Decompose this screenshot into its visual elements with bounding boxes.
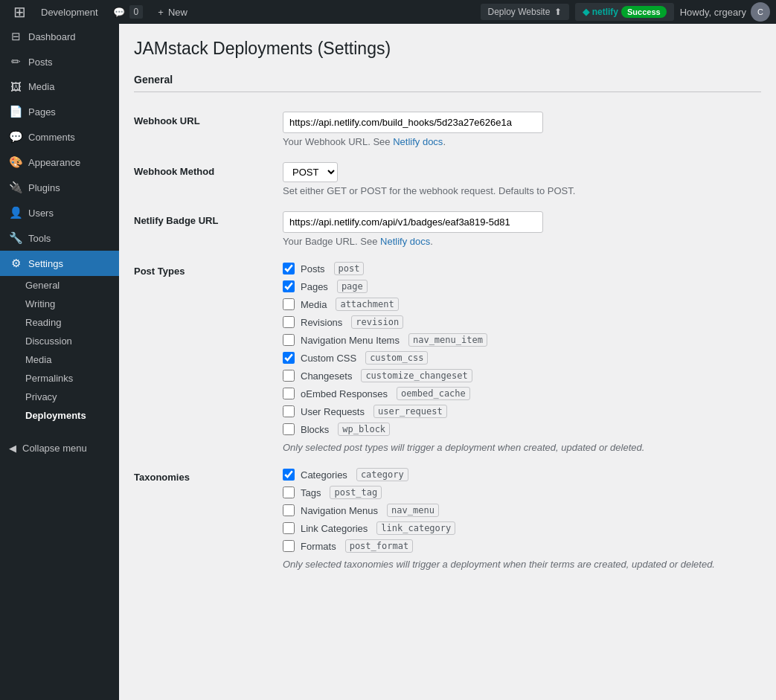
post-type-checkbox-post[interactable] bbox=[283, 263, 295, 274]
comments-link[interactable]: 💬 0 bbox=[106, 0, 151, 24]
taxonomy-row-post_format: Formatspost_format bbox=[283, 539, 761, 553]
upload-icon: ⬆ bbox=[554, 7, 562, 17]
taxonomy-checkbox-nav_menu[interactable] bbox=[283, 504, 295, 516]
comments-icon: 💬 bbox=[9, 130, 22, 144]
sidebar-label-media: Media bbox=[28, 81, 54, 92]
taxonomies-label: Taxonomies bbox=[134, 460, 283, 577]
taxonomy-label-category[interactable]: Categories bbox=[301, 469, 347, 481]
new-content-link[interactable]: + New bbox=[150, 0, 195, 24]
submenu-item-writing[interactable]: Writing bbox=[0, 295, 119, 313]
submenu-item-deployments[interactable]: Deployments bbox=[0, 406, 119, 425]
netlify-status-badge[interactable]: ◆ netlify Success bbox=[575, 3, 673, 21]
post-type-label-revision[interactable]: Revisions bbox=[301, 317, 342, 328]
webhook-method-select[interactable]: GET POST bbox=[283, 162, 338, 182]
wp-logo-link[interactable]: ⊞ bbox=[6, 0, 33, 24]
post-type-tag-revision: revision bbox=[351, 315, 403, 329]
sidebar-item-media[interactable]: 🖼 Media bbox=[0, 74, 119, 99]
webhook-method-field: GET POST Set either GET or POST for the … bbox=[283, 155, 761, 204]
admin-bar: ⊞ Development 💬 0 + New Deploy Website ⬆… bbox=[0, 0, 776, 24]
post-types-label: Post Types bbox=[134, 254, 283, 460]
sidebar-item-posts[interactable]: ✏ Posts bbox=[0, 49, 119, 74]
post-type-label-oembed_cache[interactable]: oEmbed Responses bbox=[301, 388, 388, 399]
netlify-docs-link-2[interactable]: Netlify docs bbox=[380, 236, 430, 247]
post-type-checkbox-user_request[interactable] bbox=[283, 405, 295, 417]
post-type-label-custom_css[interactable]: Custom CSS bbox=[301, 353, 356, 364]
post-type-label-customize_changeset[interactable]: Changesets bbox=[301, 370, 352, 382]
post-type-label-attachment[interactable]: Media bbox=[301, 299, 327, 310]
sidebar-item-tools[interactable]: 🔧 Tools bbox=[0, 225, 119, 251]
post-types-hint: Only selected post types will trigger a … bbox=[283, 442, 761, 453]
submenu-item-media[interactable]: Media bbox=[0, 350, 119, 369]
appearance-icon: 🎨 bbox=[9, 155, 22, 169]
post-type-label-page[interactable]: Pages bbox=[301, 281, 328, 292]
post-type-row-oembed_cache: oEmbed Responsesoembed_cache bbox=[283, 387, 761, 400]
post-type-label-nav_menu_item[interactable]: Navigation Menu Items bbox=[301, 335, 400, 346]
sidebar-item-plugins[interactable]: 🔌 Plugins bbox=[0, 175, 119, 200]
howdy-menu[interactable]: Howdy, crgeary C bbox=[680, 2, 770, 22]
section-general-title: General bbox=[134, 74, 761, 92]
webhook-url-input[interactable] bbox=[283, 112, 543, 133]
post-type-label-user_request[interactable]: User Requests bbox=[301, 406, 365, 417]
sidebar-item-pages[interactable]: 📄 Pages bbox=[0, 99, 119, 124]
taxonomies-field: CategoriescategoryTagspost_tagNavigation… bbox=[283, 460, 761, 577]
site-name: Development bbox=[41, 7, 98, 18]
sidebar-item-dashboard[interactable]: ⊟ Dashboard bbox=[0, 24, 119, 49]
plus-icon: + bbox=[158, 7, 164, 18]
taxonomy-row-nav_menu: Navigation Menusnav_menu bbox=[283, 504, 761, 517]
submenu-item-privacy[interactable]: Privacy bbox=[0, 388, 119, 406]
content-wrap: JAMstack Deployments (Settings) General … bbox=[134, 39, 761, 577]
post-type-checkbox-nav_menu_item[interactable] bbox=[283, 334, 295, 346]
submenu-item-reading[interactable]: Reading bbox=[0, 313, 119, 332]
plugins-icon: 🔌 bbox=[9, 181, 22, 194]
submenu-item-permalinks[interactable]: Permalinks bbox=[0, 369, 119, 388]
taxonomy-checkbox-post_tag[interactable] bbox=[283, 487, 295, 498]
sidebar-item-settings[interactable]: ⚙ Settings bbox=[0, 251, 119, 276]
post-type-row-attachment: Mediaattachment bbox=[283, 298, 761, 311]
deploy-website-button[interactable]: Deploy Website ⬆ bbox=[481, 4, 570, 20]
taxonomy-label-post_format[interactable]: Formats bbox=[301, 541, 336, 552]
post-type-label-wp_block[interactable]: Blocks bbox=[301, 424, 329, 435]
taxonomy-label-link_category[interactable]: Link Categories bbox=[301, 523, 368, 534]
howdy-text: Howdy, crgeary bbox=[680, 7, 746, 18]
netlify-badge-input[interactable] bbox=[283, 211, 543, 233]
post-type-tag-attachment: attachment bbox=[336, 298, 398, 311]
post-type-checkbox-page[interactable] bbox=[283, 280, 295, 292]
post-type-label-post[interactable]: Posts bbox=[301, 263, 325, 274]
taxonomy-tag-post_format: post_format bbox=[345, 539, 413, 553]
taxonomies-hint: Only selected taxonomies will trigger a … bbox=[283, 559, 761, 570]
taxonomy-checkbox-link_category[interactable] bbox=[283, 522, 295, 534]
sidebar-label-posts: Posts bbox=[28, 57, 53, 68]
site-name-link[interactable]: Development bbox=[33, 0, 106, 24]
sidebar-item-appearance[interactable]: 🎨 Appearance bbox=[0, 150, 119, 175]
taxonomy-checkbox-category[interactable] bbox=[283, 469, 295, 481]
netlify-badge-row: Netlify Badge URL Your Badge URL. See Ne… bbox=[134, 204, 761, 254]
taxonomies-checkboxes: CategoriescategoryTagspost_tagNavigation… bbox=[283, 468, 761, 553]
post-type-checkbox-customize_changeset[interactable] bbox=[283, 370, 295, 382]
netlify-success-label: Success bbox=[621, 6, 667, 18]
submenu-item-general[interactable]: General bbox=[0, 276, 119, 295]
post-type-checkbox-wp_block[interactable] bbox=[283, 423, 295, 435]
post-type-checkbox-revision[interactable] bbox=[283, 316, 295, 328]
taxonomy-label-nav_menu[interactable]: Navigation Menus bbox=[301, 505, 378, 516]
tools-icon: 🔧 bbox=[9, 231, 22, 245]
post-type-tag-custom_css: custom_css bbox=[365, 351, 428, 365]
media-icon: 🖼 bbox=[9, 80, 22, 93]
submenu-item-discussion[interactable]: Discussion bbox=[0, 332, 119, 350]
collapse-menu-button[interactable]: ◀ Collapse menu bbox=[0, 437, 119, 460]
sidebar-item-comments[interactable]: 💬 Comments bbox=[0, 124, 119, 150]
post-type-checkbox-oembed_cache[interactable] bbox=[283, 388, 295, 399]
taxonomy-row-link_category: Link Categorieslink_category bbox=[283, 521, 761, 535]
taxonomy-checkbox-post_format[interactable] bbox=[283, 540, 295, 552]
netlify-badge-label: Netlify Badge URL bbox=[134, 204, 283, 254]
dashboard-icon: ⊟ bbox=[9, 30, 22, 43]
sidebar-item-users[interactable]: 👤 Users bbox=[0, 200, 119, 225]
sidebar-label-appearance: Appearance bbox=[28, 157, 80, 168]
netlify-badge-desc: Your Badge URL. See Netlify docs. bbox=[283, 236, 761, 247]
post-type-checkbox-attachment[interactable] bbox=[283, 298, 295, 310]
netlify-docs-link-1[interactable]: Netlify docs bbox=[393, 136, 443, 147]
post-type-checkbox-custom_css[interactable] bbox=[283, 352, 295, 364]
users-icon: 👤 bbox=[9, 206, 22, 219]
taxonomy-label-post_tag[interactable]: Tags bbox=[301, 487, 321, 498]
post-type-row-customize_changeset: Changesetscustomize_changeset bbox=[283, 369, 761, 382]
sidebar-label-tools: Tools bbox=[28, 233, 51, 244]
